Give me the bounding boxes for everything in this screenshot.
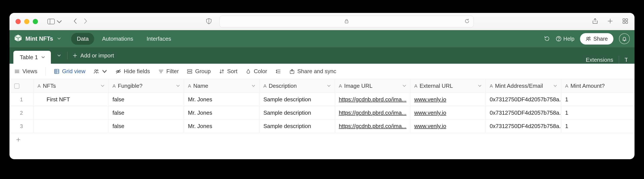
views-button[interactable]: Views xyxy=(14,68,37,75)
hide-fields-button[interactable]: Hide fields xyxy=(116,68,150,75)
cell-description[interactable]: Sample description xyxy=(260,120,335,133)
add-row-button[interactable] xyxy=(10,133,634,146)
column-header-image-url[interactable]: A Image URL xyxy=(335,79,410,93)
cell-fungible[interactable]: false xyxy=(109,120,184,133)
cell-name[interactable]: Mr. Jones xyxy=(184,120,260,133)
extensions-button[interactable]: Extensions xyxy=(586,57,613,63)
column-header-mint-amount[interactable]: A Mint Amount? xyxy=(561,79,634,93)
chevron-down-icon[interactable] xyxy=(552,83,557,89)
svg-rect-3 xyxy=(345,21,348,23)
svg-line-26 xyxy=(116,69,120,73)
chevron-down-icon[interactable] xyxy=(401,83,406,89)
cell-external-url[interactable]: www.venly.io xyxy=(410,120,486,133)
cell-external-url[interactable]: www.venly.io xyxy=(410,93,486,106)
column-header-name[interactable]: A Name xyxy=(184,79,260,93)
chevron-down-icon[interactable] xyxy=(174,83,180,89)
text-type-icon: A xyxy=(38,83,41,89)
cell-image-url[interactable]: https://gcdnb.pbrd.co/ima... xyxy=(335,106,410,119)
tab-data[interactable]: Data xyxy=(71,33,94,45)
column-header-fungible[interactable]: A Fungible? xyxy=(109,79,184,93)
column-header-nfts[interactable]: A NFTs xyxy=(34,79,109,93)
chevron-down-icon[interactable] xyxy=(476,83,482,89)
group-button[interactable]: Group xyxy=(187,68,210,75)
chevron-down-icon[interactable] xyxy=(325,83,331,89)
cell-name[interactable]: Mr. Jones xyxy=(184,106,260,119)
svg-rect-9 xyxy=(626,21,628,23)
tab-automations[interactable]: Automations xyxy=(96,33,139,45)
svg-rect-0 xyxy=(48,19,54,24)
svg-point-24 xyxy=(97,70,98,71)
cell-mint-amount[interactable]: 1 xyxy=(561,93,634,106)
history-button[interactable] xyxy=(544,36,550,42)
share-and-sync-button[interactable]: Share and sync xyxy=(289,68,336,75)
column-header-external-url[interactable]: A External URL xyxy=(410,79,486,93)
cell-mint-address[interactable]: 0x7312750DF4d2057b758a... xyxy=(486,120,561,133)
cell-description[interactable]: Sample description xyxy=(260,93,335,106)
tab-overview-button[interactable] xyxy=(622,18,628,25)
cell-mint-amount[interactable]: 1 xyxy=(561,120,634,133)
notifications-button[interactable] xyxy=(619,33,630,44)
column-header-mint-address[interactable]: A Mint Address/Email xyxy=(486,79,561,93)
base-menu-chevron-icon[interactable] xyxy=(57,35,61,42)
cell-name[interactable]: Mr. Jones xyxy=(184,93,260,106)
base-name[interactable]: Mint NFTs xyxy=(26,35,53,42)
view-collaborators-button[interactable] xyxy=(94,69,107,74)
cell-fungible[interactable]: false xyxy=(109,106,184,119)
cell-nfts[interactable]: First NFT xyxy=(34,93,109,106)
window-close-button[interactable] xyxy=(16,19,21,24)
cell-nfts[interactable] xyxy=(34,120,109,133)
table-row[interactable]: 1 First NFT false Mr. Jones Sample descr… xyxy=(10,93,634,106)
new-tab-button[interactable] xyxy=(607,18,614,25)
reload-button[interactable] xyxy=(464,18,470,24)
tools-button-cutoff[interactable]: T xyxy=(624,57,628,63)
text-type-icon: A xyxy=(490,83,493,89)
text-type-icon: A xyxy=(112,83,116,89)
share-label: Share xyxy=(593,36,608,42)
text-type-icon: A xyxy=(414,83,418,89)
window-minimize-button[interactable] xyxy=(24,19,29,24)
select-all-checkbox[interactable] xyxy=(14,83,20,89)
forward-button[interactable] xyxy=(83,18,88,25)
cell-mint-address[interactable]: 0x7312750DF4d2057b758a... xyxy=(486,93,561,106)
color-button[interactable]: Color xyxy=(246,68,267,75)
row-number-cell[interactable]: 2 xyxy=(10,106,34,119)
sidebar-toggle-button[interactable] xyxy=(48,19,63,24)
svg-rect-7 xyxy=(626,19,628,21)
share-button[interactable]: Share xyxy=(580,33,614,44)
table-row[interactable]: 3 false Mr. Jones Sample description htt… xyxy=(10,120,634,133)
column-label: Mint Amount? xyxy=(570,83,631,89)
cell-fungible[interactable]: false xyxy=(109,93,184,106)
cell-image-url[interactable]: https://gcdnb.pbrd.co/ima... xyxy=(335,93,410,106)
row-number-cell[interactable]: 3 xyxy=(10,120,34,133)
back-button[interactable] xyxy=(73,18,78,25)
column-header-description[interactable]: A Description xyxy=(260,79,335,93)
add-or-import-button[interactable]: Add or import xyxy=(68,52,119,59)
help-button[interactable]: Help xyxy=(556,36,574,42)
table-tabs-bar: Table 1 Add or import Extensions T xyxy=(10,47,634,64)
cell-mint-amount[interactable]: 1 xyxy=(561,106,634,119)
chevron-down-icon[interactable] xyxy=(250,83,256,89)
row-number-cell[interactable]: 1 xyxy=(10,93,34,106)
grid-view-button[interactable]: Grid view xyxy=(54,68,85,75)
table-tabs-menu-button[interactable] xyxy=(51,53,67,58)
privacy-shield-icon[interactable] xyxy=(206,18,212,25)
share-icon[interactable] xyxy=(592,18,598,25)
chevron-down-icon[interactable] xyxy=(99,83,104,89)
filter-button[interactable]: Filter xyxy=(158,68,179,75)
cell-external-url[interactable]: www.venly.io xyxy=(410,106,486,119)
cell-nfts[interactable] xyxy=(34,106,109,119)
table-tab-active[interactable]: Table 1 xyxy=(13,51,51,64)
sort-button[interactable]: Sort xyxy=(219,68,238,75)
cell-mint-address[interactable]: 0x7312750DF4d2057b758a... xyxy=(486,106,561,119)
svg-rect-19 xyxy=(54,69,59,74)
address-bar[interactable] xyxy=(220,15,474,27)
cell-description[interactable]: Sample description xyxy=(260,106,335,119)
row-height-button[interactable] xyxy=(276,69,281,74)
select-all-cell[interactable] xyxy=(10,79,34,93)
cell-image-url[interactable]: https://gcdnb.pbrd.co/ima... xyxy=(335,120,410,133)
table-tabs-right: Extensions T xyxy=(586,56,630,64)
browser-nav-buttons xyxy=(73,18,88,25)
window-fullscreen-button[interactable] xyxy=(33,19,38,24)
table-row[interactable]: 2 false Mr. Jones Sample description htt… xyxy=(10,106,634,120)
tab-interfaces[interactable]: Interfaces xyxy=(141,33,177,45)
